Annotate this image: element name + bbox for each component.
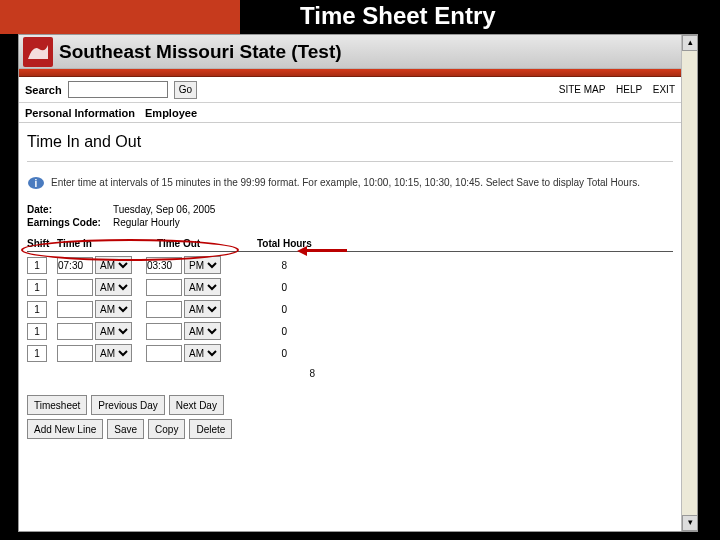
timesheet-button[interactable]: Timesheet: [27, 395, 87, 415]
svg-text:i: i: [35, 178, 38, 189]
time-in-ampm-select[interactable]: AMPM: [95, 256, 132, 274]
go-button[interactable]: Go: [174, 81, 197, 99]
search-row: Search Go SITE MAP HELP EXIT: [19, 77, 681, 103]
tab-personal-information[interactable]: Personal Information: [25, 107, 135, 119]
date-value: Tuesday, Sep 06, 2005: [113, 204, 215, 215]
top-links: SITE MAP HELP EXIT: [551, 84, 675, 95]
time-out-input[interactable]: [146, 279, 182, 296]
grand-total-value: 8: [259, 368, 319, 379]
info-icon: i: [27, 176, 45, 190]
time-out-ampm-select[interactable]: AMPM: [184, 322, 221, 340]
time-in-input[interactable]: [57, 301, 93, 318]
table-row: AMPMAMPM0: [27, 322, 673, 340]
previous-day-button[interactable]: Previous Day: [91, 395, 164, 415]
divider: [27, 161, 673, 162]
time-in-ampm-select[interactable]: AMPM: [95, 278, 132, 296]
slide-title: Time Sheet Entry: [240, 0, 720, 34]
grid-header: Shift Time In Time Out Total Hours: [27, 238, 673, 252]
app-window: ▴ ▾ Southeast Missouri State (Test) Sear…: [18, 34, 698, 532]
time-out-ampm-select[interactable]: AMPM: [184, 300, 221, 318]
site-banner: Southeast Missouri State (Test): [19, 35, 681, 69]
nav-tabs: Personal Information Employee: [19, 103, 681, 123]
exit-link[interactable]: EXIT: [653, 84, 675, 95]
help-link[interactable]: HELP: [616, 84, 642, 95]
shift-input[interactable]: [27, 257, 47, 274]
time-in-input[interactable]: [57, 345, 93, 362]
add-new-line-button[interactable]: Add New Line: [27, 419, 103, 439]
table-row: AMPMAMPM0: [27, 278, 673, 296]
page-title: Time In and Out: [27, 133, 673, 151]
time-in-ampm-select[interactable]: AMPM: [95, 322, 132, 340]
col-time-in: Time In: [57, 238, 157, 249]
button-row-2: Add New Line Save Copy Delete: [27, 419, 673, 439]
site-title: Southeast Missouri State (Test): [59, 41, 342, 63]
col-total: Total Hours: [257, 238, 327, 249]
date-label: Date:: [27, 204, 113, 215]
button-row-1: Timesheet Previous Day Next Day: [27, 395, 673, 415]
site-logo-icon: [23, 37, 53, 67]
earnings-value: Regular Hourly: [113, 217, 180, 228]
col-shift: Shift: [27, 238, 57, 249]
time-in-input[interactable]: [57, 257, 93, 274]
sitemap-link[interactable]: SITE MAP: [559, 84, 606, 95]
row-total: 0: [231, 304, 291, 315]
time-out-input[interactable]: [146, 323, 182, 340]
time-out-input[interactable]: [146, 301, 182, 318]
time-out-input[interactable]: [146, 345, 182, 362]
search-input[interactable]: [68, 81, 168, 98]
search-label: Search: [25, 84, 62, 96]
meta-table: Date: Tuesday, Sep 06, 2005 Earnings Cod…: [27, 204, 673, 228]
row-total: 8: [231, 260, 291, 271]
shift-input[interactable]: [27, 279, 47, 296]
scroll-up-button[interactable]: ▴: [682, 35, 698, 51]
shift-input[interactable]: [27, 345, 47, 362]
time-in-input[interactable]: [57, 323, 93, 340]
slide-header: Time Sheet Entry: [0, 0, 720, 34]
grid-body: AMPMAMPM8AMPMAMPM0AMPMAMPM0AMPMAMPM0AMPM…: [27, 256, 673, 362]
next-day-button[interactable]: Next Day: [169, 395, 224, 415]
shift-input[interactable]: [27, 323, 47, 340]
time-out-ampm-select[interactable]: AMPM: [184, 256, 221, 274]
info-text: Enter time at intervals of 15 minutes in…: [51, 176, 640, 189]
delete-button[interactable]: Delete: [189, 419, 232, 439]
row-total: 0: [231, 282, 291, 293]
red-bar: [19, 69, 681, 77]
content-area: Time In and Out i Enter time at interval…: [19, 123, 681, 449]
row-total: 0: [231, 326, 291, 337]
table-row: AMPMAMPM0: [27, 344, 673, 362]
grand-total-row: 8: [27, 368, 673, 379]
shift-input[interactable]: [27, 301, 47, 318]
col-time-out: Time Out: [157, 238, 257, 249]
scroll-down-button[interactable]: ▾: [682, 515, 698, 531]
tab-employee[interactable]: Employee: [145, 107, 197, 119]
time-in-input[interactable]: [57, 279, 93, 296]
time-in-ampm-select[interactable]: AMPM: [95, 300, 132, 318]
row-total: 0: [231, 348, 291, 359]
table-row: AMPMAMPM8: [27, 256, 673, 274]
slide-red-block: [0, 0, 240, 34]
copy-button[interactable]: Copy: [148, 419, 185, 439]
time-out-ampm-select[interactable]: AMPM: [184, 278, 221, 296]
save-button[interactable]: Save: [107, 419, 144, 439]
time-out-ampm-select[interactable]: AMPM: [184, 344, 221, 362]
scrollbar[interactable]: ▴ ▾: [681, 35, 697, 531]
info-row: i Enter time at intervals of 15 minutes …: [27, 176, 673, 190]
table-row: AMPMAMPM0: [27, 300, 673, 318]
time-out-input[interactable]: [146, 257, 182, 274]
earnings-label: Earnings Code:: [27, 217, 113, 228]
time-in-ampm-select[interactable]: AMPM: [95, 344, 132, 362]
